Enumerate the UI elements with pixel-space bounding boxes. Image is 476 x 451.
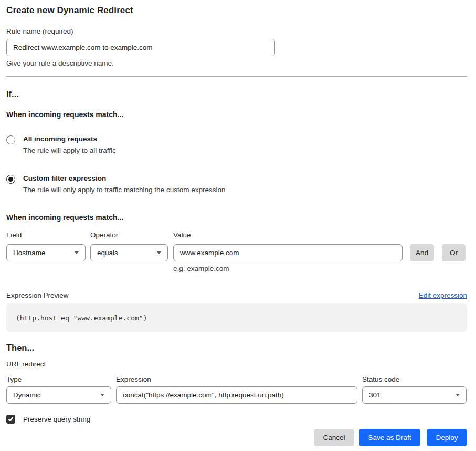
builder-subheading: When incoming requests match... [6,213,467,222]
radio-option-label: Custom filter expression [23,174,225,182]
save-as-draft-button[interactable]: Save as Draft [359,429,420,446]
operator-label: Operator [90,231,168,239]
expression-label: Expression [116,375,357,383]
field-select-value: Hostname [13,249,46,257]
radio-selected-icon[interactable] [6,175,15,184]
chevron-down-icon [456,394,460,396]
radio-option-description: The rule will apply to all traffic [23,146,116,154]
cancel-button[interactable]: Cancel [314,429,354,446]
field-select[interactable]: Hostname [6,244,86,261]
checkmark-icon [8,416,14,421]
chevron-down-icon [100,394,104,396]
or-button[interactable]: Or [442,244,466,261]
value-hint: e.g. example.com [173,265,403,272]
rule-name-help: Give your rule a descriptive name. [6,59,467,67]
radio-option-all-requests[interactable]: All incoming requests The rule will appl… [6,135,467,154]
expression-preview-box: (http.host eq "www.example.com") [6,303,467,332]
status-code-label: Status code [362,375,467,383]
operator-select-value: equals [97,249,118,257]
section-divider [6,76,467,77]
create-redirect-form: Create new Dynamic Redirect Rule name (r… [0,0,476,446]
redirect-expression-input[interactable] [116,386,357,404]
preserve-query-string-option[interactable]: Preserve query string [6,415,467,424]
radio-option-description: The rule will only apply to traffic matc… [23,186,225,194]
deploy-button[interactable]: Deploy [427,429,467,446]
type-select-value: Dynamic [13,391,41,399]
url-redirect-label: URL redirect [6,360,467,368]
value-input[interactable] [173,244,403,261]
radio-dot [8,177,13,182]
rule-name-label: Rule name (required) [6,27,467,35]
preserve-query-string-label: Preserve query string [23,415,90,423]
edit-expression-link[interactable]: Edit expression [419,291,467,299]
then-section-heading: Then... [6,343,467,353]
if-section-heading: If... [6,89,467,99]
radio-unselected-icon[interactable] [6,135,15,144]
radio-option-custom-expression[interactable]: Custom filter expression The rule will o… [6,174,467,194]
chevron-down-icon [75,251,79,254]
radio-option-label: All incoming requests [23,135,116,143]
type-label: Type [6,375,111,383]
checkbox-checked-icon[interactable] [6,415,15,424]
page-title: Create new Dynamic Redirect [6,5,467,16]
type-select[interactable]: Dynamic [6,386,111,404]
expression-preview-label: Expression Preview [6,291,69,299]
and-button[interactable]: And [410,244,434,261]
status-code-select[interactable]: 301 [362,386,467,404]
expression-preview-code: (http.host eq "www.example.com") [16,314,147,322]
chevron-down-icon [157,251,161,254]
field-label: Field [6,231,86,239]
operator-select[interactable]: equals [90,244,168,261]
rule-name-input[interactable] [6,39,275,56]
value-label: Value [173,231,403,239]
match-subheading: When incoming requests match... [6,110,467,119]
status-code-select-value: 301 [369,391,381,399]
